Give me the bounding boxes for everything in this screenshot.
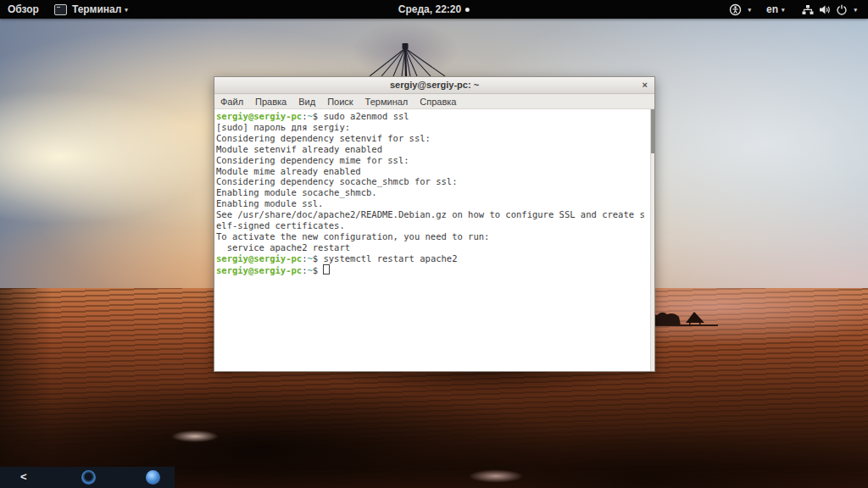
- chevron-down-icon: ▾: [125, 7, 128, 13]
- output-text: Module mime already enabled: [216, 166, 361, 176]
- terminal-output-line: Enabling module ssl.: [216, 198, 654, 209]
- island-silhouette: [647, 305, 721, 329]
- terminal-output-line: To activate the new configuration, you n…: [216, 231, 654, 242]
- app-menu-button[interactable]: Терминал ▾: [47, 0, 136, 19]
- output-text: service apache2 restart: [216, 242, 350, 252]
- chevron-down-icon: ▾: [748, 7, 751, 13]
- dock: <: [0, 467, 175, 488]
- scrollbar[interactable]: [650, 109, 654, 371]
- top-bar: Обзор Терминал ▾ Среда, 22:20: [0, 0, 868, 19]
- output-text: Module setenvif already enabled: [216, 144, 382, 154]
- prompt-user-host: sergiy@sergiy-pc: [216, 111, 302, 121]
- notification-dot-icon: [465, 8, 470, 12]
- activities-button[interactable]: Обзор: [0, 0, 47, 19]
- terminal-window: sergiy@sergiy-pc: ~ × ФайлПравкаВидПоиск…: [214, 76, 655, 372]
- prompt-user-host: sergiy@sergiy-pc: [216, 265, 302, 275]
- dock-hide-chevron-icon[interactable]: <: [20, 470, 27, 483]
- menu-item-view[interactable]: Вид: [292, 95, 321, 108]
- menu-item-edit[interactable]: Правка: [249, 95, 292, 108]
- clock-label: Среда, 22:20: [398, 3, 461, 15]
- terminal-output-line: Enabling module socache_shmcb.: [216, 187, 654, 198]
- keyboard-layout-label: en: [766, 3, 778, 15]
- output-text: Considering dependency setenvif for ssl:: [216, 133, 431, 143]
- output-text: [sudo] пароль для sergiy:: [216, 122, 355, 132]
- terminal-output-line: service apache2 restart: [216, 242, 654, 253]
- menu-item-help[interactable]: Справка: [414, 95, 462, 108]
- menu-item-terminal[interactable]: Терминал: [359, 95, 415, 108]
- terminal-output-line: [sudo] пароль для sergiy:: [216, 122, 654, 133]
- keyboard-layout-button[interactable]: en ▾: [759, 0, 793, 19]
- close-button[interactable]: ×: [643, 77, 648, 93]
- menu-bar: ФайлПравкаВидПоискТерминалСправка: [214, 94, 654, 109]
- scrollbar-thumb[interactable]: [651, 109, 654, 153]
- dock-app-icon-1[interactable]: [81, 470, 96, 485]
- output-text: To activate the new configuration, you n…: [216, 231, 489, 241]
- activities-label: Обзор: [8, 3, 39, 15]
- terminal-output-line: Considering dependency mime for ssl:: [216, 155, 654, 166]
- terminal-output-line: Considering dependency setenvif for ssl:: [216, 133, 654, 144]
- power-icon: [836, 4, 848, 15]
- output-text: Considering dependency mime for ssl:: [216, 155, 409, 165]
- terminal-output-line: Considering dependency socache_shmcb for…: [216, 176, 654, 187]
- wired-network-icon: [802, 4, 814, 15]
- terminal-prompt-line: sergiy@sergiy-pc:~$: [216, 264, 654, 276]
- volume-icon: [819, 4, 831, 15]
- terminal-output-line: See /usr/share/doc/apache2/README.Debian…: [216, 209, 654, 220]
- terminal-output-line: Module mime already enabled: [216, 166, 654, 177]
- window-titlebar[interactable]: sergiy@sergiy-pc: ~ ×: [214, 77, 654, 94]
- ship-mast-silhouette: [363, 22, 456, 76]
- menu-item-file[interactable]: Файл: [214, 95, 249, 108]
- terminal-icon: [54, 4, 67, 15]
- desktop: Обзор Терминал ▾ Среда, 22:20: [0, 0, 868, 488]
- clock-button[interactable]: Среда, 22:20: [391, 0, 477, 19]
- terminal-cursor: [323, 264, 330, 274]
- terminal-prompt-line: sergiy@sergiy-pc:~$ systemctl restart ap…: [216, 253, 654, 264]
- output-text: Enabling module socache_shmcb.: [216, 187, 377, 197]
- command-text: systemctl restart apache2: [323, 253, 457, 263]
- terminal-output-line: elf-signed certificates.: [216, 220, 654, 231]
- terminal-prompt-line: sergiy@sergiy-pc:~$ sudo a2enmod ssl: [216, 111, 654, 122]
- output-text: See /usr/share/doc/apache2/README.Debian…: [216, 209, 645, 219]
- output-text: Considering dependency socache_shmcb for…: [216, 176, 457, 186]
- terminal-output-line: Module setenvif already enabled: [216, 144, 654, 155]
- output-text: Enabling module ssl.: [216, 198, 323, 208]
- terminal-content[interactable]: sergiy@sergiy-pc:~$ sudo a2enmod ssl[sud…: [214, 109, 654, 371]
- app-menu-label: Терминал: [72, 3, 121, 15]
- output-text: elf-signed certificates.: [216, 220, 345, 230]
- accessibility-menu-button[interactable]: ▾: [719, 0, 759, 19]
- command-text: sudo a2enmod ssl: [323, 111, 409, 121]
- prompt-user-host: sergiy@sergiy-pc: [216, 253, 302, 263]
- dock-app-icon-2[interactable]: [146, 470, 160, 485]
- accessibility-icon: [729, 3, 742, 16]
- chevron-down-icon: ▾: [854, 7, 857, 13]
- system-menu-button[interactable]: ▾: [792, 0, 865, 19]
- window-title: sergiy@sergiy-pc: ~: [390, 80, 479, 90]
- menu-item-search[interactable]: Поиск: [321, 95, 359, 108]
- chevron-down-icon: ▾: [782, 7, 785, 13]
